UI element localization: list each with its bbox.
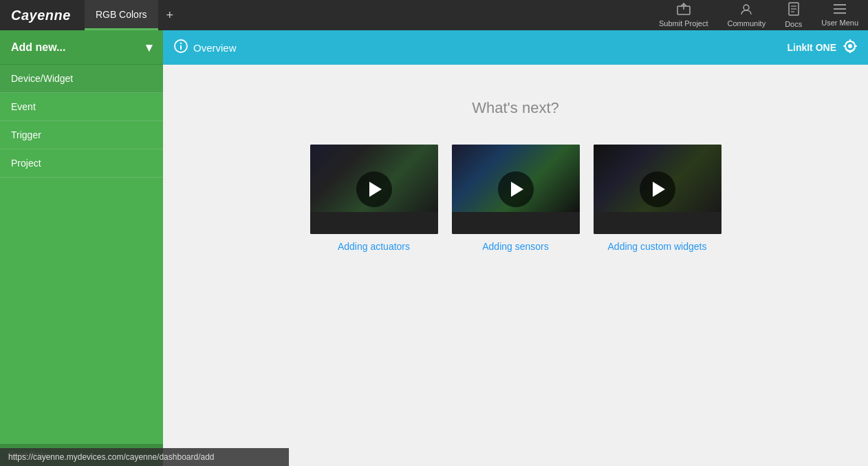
add-tab-button[interactable]: + <box>158 0 182 30</box>
sidebar-item-project[interactable]: Project <box>0 149 163 178</box>
svg-point-1 <box>744 5 749 10</box>
overview-left: Overview <box>174 39 237 56</box>
main-content: Overview LinkIt ONE What's next? <box>163 30 868 466</box>
video-label-custom-widgets: Adding custom widgets <box>608 241 707 252</box>
community-button[interactable]: Community <box>718 0 776 30</box>
docs-button[interactable]: Docs <box>775 0 812 30</box>
whats-next-section: What's next? Adding actuators <box>163 65 868 279</box>
status-url: https://cayenne.mydevices.com/cayenne/da… <box>8 452 215 462</box>
video-card-adding-sensors[interactable]: Adding sensors <box>452 145 580 252</box>
navbar-actions: Submit Project Community Docs <box>649 0 868 30</box>
tab-bar: RGB Colors + <box>85 0 649 30</box>
user-menu-icon <box>833 3 847 17</box>
submit-project-button[interactable]: Submit Project <box>649 0 718 30</box>
overview-label: Overview <box>193 42 237 54</box>
video-label-actuators: Adding actuators <box>338 241 410 252</box>
whats-next-title: What's next? <box>472 99 558 117</box>
video-card-adding-custom-widgets[interactable]: Adding custom widgets <box>594 145 721 252</box>
play-button-custom-widgets[interactable] <box>640 171 675 207</box>
navbar: Cayenne RGB Colors + Submit Project <box>0 0 868 30</box>
add-new-button[interactable]: Add new... ▾ <box>0 30 163 65</box>
video-label-sensors: Adding sensors <box>482 241 549 252</box>
community-icon <box>739 3 753 18</box>
docs-icon <box>788 2 800 19</box>
video-card-adding-actuators[interactable]: Adding actuators <box>310 145 438 252</box>
sidebar-item-trigger[interactable]: Trigger <box>0 121 163 149</box>
sidebar-item-device-widget[interactable]: Device/Widget <box>0 65 163 93</box>
overview-bar: Overview LinkIt ONE <box>163 30 868 65</box>
info-icon <box>174 39 188 56</box>
tab-rgb-colors[interactable]: RGB Colors <box>85 0 158 30</box>
brand-logo: Cayenne <box>11 8 71 23</box>
submit-project-icon <box>677 3 691 18</box>
play-button-sensors[interactable] <box>498 171 534 207</box>
add-new-label: Add new... <box>11 41 65 54</box>
sidebar: Add new... ▾ Device/Widget Event Trigger… <box>0 30 163 466</box>
submit-project-label: Submit Project <box>659 19 708 28</box>
video-thumb-custom-widgets[interactable] <box>594 145 721 234</box>
video-thumb-sensors[interactable] <box>452 145 580 234</box>
docs-label: Docs <box>785 20 802 28</box>
sidebar-menu: Device/Widget Event Trigger Project <box>0 65 163 178</box>
community-label: Community <box>728 19 766 28</box>
status-bar: https://cayenne.mydevices.com/cayenne/da… <box>0 448 289 466</box>
video-grid: Adding actuators Adding sensors <box>310 145 721 252</box>
video-thumb-actuators[interactable] <box>310 145 438 234</box>
user-menu-label: User Menu <box>821 19 858 27</box>
device-name: LinkIt ONE <box>787 42 836 53</box>
sidebar-item-event[interactable]: Event <box>0 93 163 121</box>
settings-gear-icon[interactable] <box>843 39 857 56</box>
overview-right: LinkIt ONE <box>787 39 857 56</box>
play-button-actuators[interactable] <box>356 171 392 207</box>
svg-point-11 <box>180 42 182 43</box>
chevron-down-icon: ▾ <box>146 40 152 55</box>
user-menu-button[interactable]: User Menu <box>812 0 868 30</box>
